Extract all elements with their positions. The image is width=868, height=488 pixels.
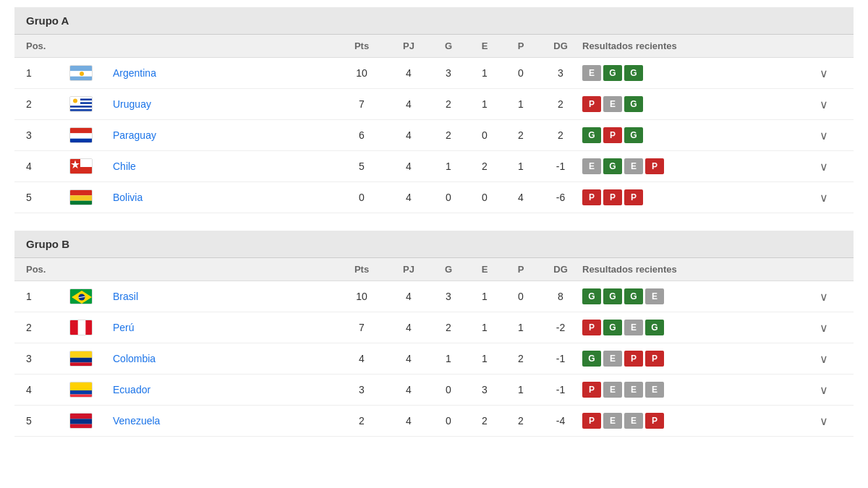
table-row: 5 Bolivia 0 4 0 0 4 -6 PPP ∨ <box>14 182 854 213</box>
result-badge-e: E <box>645 288 664 304</box>
col-pts: Pts <box>336 40 387 51</box>
col-resultados: Resultados recientes <box>582 264 806 275</box>
team-name[interactable]: Ecuador <box>113 384 336 395</box>
group-title-2: Grupo B <box>14 231 854 258</box>
team-pj: 4 <box>387 98 430 110</box>
result-badge-e: E <box>624 382 643 398</box>
svg-rect-18 <box>70 190 93 195</box>
team-dg: -4 <box>539 415 582 427</box>
team-dg: -2 <box>539 322 582 333</box>
col-pj: PJ <box>387 40 430 51</box>
expand-chevron[interactable]: ∨ <box>806 191 842 205</box>
team-g: 1 <box>430 160 467 172</box>
team-e: 0 <box>467 192 503 203</box>
team-pts: 10 <box>336 291 387 302</box>
svg-rect-29 <box>70 362 93 367</box>
team-name[interactable]: Colombia <box>113 353 336 364</box>
team-pts: 0 <box>336 192 387 203</box>
result-badge-g: G <box>582 127 601 143</box>
expand-chevron[interactable]: ∨ <box>806 67 842 80</box>
team-dg: -6 <box>539 192 582 203</box>
table-row: 1 Argentina 10 4 3 1 0 3 EGG ∨ <box>14 58 854 89</box>
table-row: 5 Venezuela 2 4 0 2 2 -4 PEEP ∨ <box>14 406 854 437</box>
team-pts: 7 <box>336 98 387 110</box>
col-e: E <box>467 40 503 51</box>
team-dg: 2 <box>539 129 582 141</box>
svg-rect-30 <box>70 382 93 390</box>
col-dg: DG <box>539 40 582 51</box>
team-dg: 3 <box>539 67 582 79</box>
result-badge-e: E <box>582 65 601 81</box>
team-name[interactable]: Bolivia <box>113 192 336 203</box>
team-pos: 2 <box>26 322 69 333</box>
result-badge-e: E <box>603 351 622 367</box>
team-results: PPP <box>582 189 806 205</box>
svg-rect-8 <box>70 109 93 111</box>
expand-chevron[interactable]: ∨ <box>806 290 842 304</box>
team-pts: 7 <box>336 322 387 333</box>
team-g: 2 <box>430 98 467 110</box>
team-p: 2 <box>503 129 539 141</box>
team-g: 2 <box>430 322 467 333</box>
result-badge-g: G <box>603 288 622 304</box>
expand-chevron[interactable]: ∨ <box>806 98 842 111</box>
team-dg: -1 <box>539 384 582 395</box>
team-name[interactable]: Venezuela <box>113 415 336 427</box>
team-g: 2 <box>430 129 467 141</box>
result-badge-p: P <box>582 96 601 112</box>
team-g: 0 <box>430 384 467 395</box>
expand-chevron[interactable]: ∨ <box>806 129 842 142</box>
team-results: GEPP <box>582 351 806 367</box>
team-pj: 4 <box>387 129 430 141</box>
team-name[interactable]: Perú <box>113 322 336 333</box>
result-badge-e: E <box>603 382 622 398</box>
team-pj: 4 <box>387 160 430 172</box>
result-badge-e: E <box>645 382 664 398</box>
team-flag <box>69 351 93 367</box>
team-pj: 4 <box>387 415 430 427</box>
result-badge-p: P <box>645 413 664 429</box>
svg-point-3 <box>80 72 84 76</box>
svg-rect-31 <box>70 390 93 395</box>
team-flag <box>69 96 93 112</box>
team-flag <box>69 189 93 205</box>
team-p: 0 <box>503 291 539 302</box>
result-badge-e: E <box>603 96 622 112</box>
team-name[interactable]: Uruguay <box>113 98 336 110</box>
svg-rect-2 <box>70 77 93 81</box>
col-pj: PJ <box>387 264 430 275</box>
result-badge-g: G <box>624 288 643 304</box>
team-pts: 3 <box>336 384 387 395</box>
col-e: E <box>467 264 503 275</box>
team-e: 2 <box>467 415 503 427</box>
team-pts: 4 <box>336 353 387 364</box>
team-results: PEG <box>582 96 806 112</box>
team-flag <box>69 158 93 174</box>
team-name[interactable]: Paraguay <box>113 129 336 141</box>
team-p: 1 <box>503 160 539 172</box>
svg-point-10 <box>73 99 77 103</box>
result-badge-p: P <box>645 158 664 174</box>
result-badge-p: P <box>582 413 601 429</box>
result-badge-g: G <box>582 288 601 304</box>
expand-chevron[interactable]: ∨ <box>806 352 842 366</box>
result-badge-g: G <box>624 127 643 143</box>
svg-rect-19 <box>70 195 93 200</box>
svg-rect-15 <box>70 167 93 174</box>
team-name[interactable]: Chile <box>113 160 336 172</box>
col-p: P <box>503 264 539 275</box>
expand-chevron[interactable]: ∨ <box>806 321 842 335</box>
svg-rect-20 <box>70 201 93 205</box>
expand-chevron[interactable]: ∨ <box>806 383 842 397</box>
team-pos: 3 <box>26 353 69 364</box>
expand-chevron[interactable]: ∨ <box>806 160 842 174</box>
team-name[interactable]: Brasil <box>113 291 336 302</box>
col-p: P <box>503 40 539 51</box>
team-e: 2 <box>467 160 503 172</box>
team-results: GGGE <box>582 288 806 304</box>
expand-chevron[interactable]: ∨ <box>806 414 842 428</box>
team-name[interactable]: Argentina <box>113 67 336 79</box>
group-section-2: Grupo B Pos. Pts PJ G E P DG Resultados … <box>14 231 854 437</box>
table-row: 1 Brasil 10 4 3 1 0 8 GGGE ∨ <box>14 281 854 312</box>
team-pos: 4 <box>26 160 69 172</box>
